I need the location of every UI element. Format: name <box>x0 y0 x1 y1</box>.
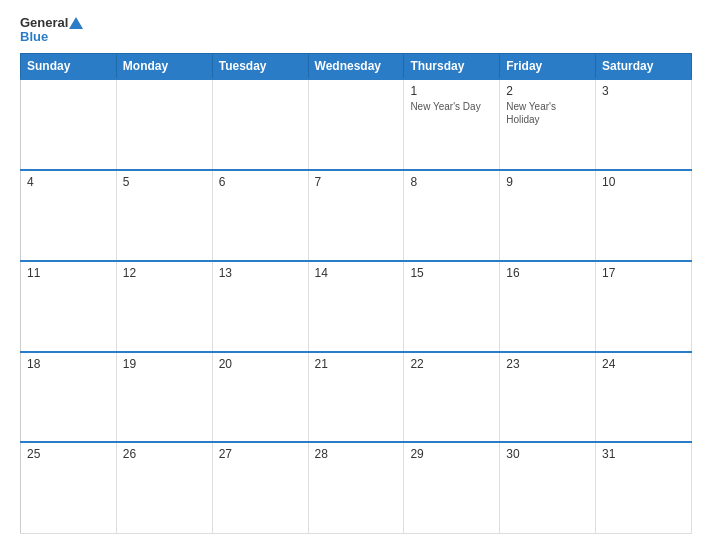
calendar-day-cell <box>308 79 404 170</box>
calendar-day-cell: 6 <box>212 170 308 261</box>
calendar-day-cell: 26 <box>116 442 212 533</box>
calendar-day-cell: 29 <box>404 442 500 533</box>
calendar-day-cell: 27 <box>212 442 308 533</box>
calendar-week-row: 11121314151617 <box>21 261 692 352</box>
calendar-day-cell: 11 <box>21 261 117 352</box>
day-of-week-header: Thursday <box>404 53 500 79</box>
day-number: 22 <box>410 357 493 371</box>
day-number: 11 <box>27 266 110 280</box>
day-number: 5 <box>123 175 206 189</box>
day-number: 31 <box>602 447 685 461</box>
calendar-day-cell: 28 <box>308 442 404 533</box>
calendar-day-cell: 13 <box>212 261 308 352</box>
day-number: 14 <box>315 266 398 280</box>
day-number: 3 <box>602 84 685 98</box>
calendar-day-cell: 18 <box>21 352 117 443</box>
calendar-day-cell: 9 <box>500 170 596 261</box>
day-number: 23 <box>506 357 589 371</box>
calendar-day-cell: 3 <box>596 79 692 170</box>
logo: GeneralBlue <box>20 16 83 45</box>
calendar-day-cell: 21 <box>308 352 404 443</box>
calendar-day-cell: 25 <box>21 442 117 533</box>
day-number: 2 <box>506 84 589 98</box>
calendar-day-cell: 8 <box>404 170 500 261</box>
calendar-day-cell: 31 <box>596 442 692 533</box>
day-number: 27 <box>219 447 302 461</box>
day-of-week-header: Wednesday <box>308 53 404 79</box>
logo-triangle-icon <box>69 17 83 29</box>
calendar-day-cell: 4 <box>21 170 117 261</box>
calendar-day-cell: 5 <box>116 170 212 261</box>
calendar-day-cell <box>21 79 117 170</box>
calendar-day-cell: 20 <box>212 352 308 443</box>
day-number: 30 <box>506 447 589 461</box>
calendar-day-cell: 24 <box>596 352 692 443</box>
calendar-day-cell: 1New Year's Day <box>404 79 500 170</box>
day-of-week-header: Sunday <box>21 53 117 79</box>
calendar-week-row: 45678910 <box>21 170 692 261</box>
day-number: 25 <box>27 447 110 461</box>
calendar-header: GeneralBlue <box>20 16 692 45</box>
calendar-day-cell: 14 <box>308 261 404 352</box>
day-number: 24 <box>602 357 685 371</box>
day-number: 15 <box>410 266 493 280</box>
day-of-week-header: Friday <box>500 53 596 79</box>
day-number: 8 <box>410 175 493 189</box>
day-number: 9 <box>506 175 589 189</box>
calendar-day-cell <box>212 79 308 170</box>
calendar-day-cell: 22 <box>404 352 500 443</box>
day-event: New Year's Holiday <box>506 100 589 126</box>
day-of-week-header: Monday <box>116 53 212 79</box>
day-number: 10 <box>602 175 685 189</box>
calendar-week-row: 1New Year's Day2New Year's Holiday3 <box>21 79 692 170</box>
calendar-week-row: 25262728293031 <box>21 442 692 533</box>
day-number: 28 <box>315 447 398 461</box>
calendar-day-cell: 10 <box>596 170 692 261</box>
calendar-day-cell: 17 <box>596 261 692 352</box>
day-of-week-header: Saturday <box>596 53 692 79</box>
calendar-day-cell <box>116 79 212 170</box>
calendar-day-cell: 7 <box>308 170 404 261</box>
logo-general-text: General <box>20 16 68 30</box>
day-number: 20 <box>219 357 302 371</box>
day-of-week-header: Tuesday <box>212 53 308 79</box>
day-number: 4 <box>27 175 110 189</box>
day-number: 6 <box>219 175 302 189</box>
calendar-day-cell: 23 <box>500 352 596 443</box>
day-number: 13 <box>219 266 302 280</box>
day-number: 21 <box>315 357 398 371</box>
calendar-day-cell: 16 <box>500 261 596 352</box>
day-number: 29 <box>410 447 493 461</box>
day-number: 16 <box>506 266 589 280</box>
day-number: 19 <box>123 357 206 371</box>
logo-blue-text: Blue <box>20 30 83 44</box>
calendar-page: GeneralBlue SundayMondayTuesdayWednesday… <box>0 0 712 550</box>
day-number: 17 <box>602 266 685 280</box>
calendar-day-cell: 2New Year's Holiday <box>500 79 596 170</box>
calendar-day-cell: 12 <box>116 261 212 352</box>
day-event: New Year's Day <box>410 100 493 113</box>
day-number: 18 <box>27 357 110 371</box>
calendar-day-cell: 30 <box>500 442 596 533</box>
day-number: 26 <box>123 447 206 461</box>
calendar-week-row: 18192021222324 <box>21 352 692 443</box>
calendar-day-cell: 15 <box>404 261 500 352</box>
day-number: 12 <box>123 266 206 280</box>
day-number: 1 <box>410 84 493 98</box>
day-number: 7 <box>315 175 398 189</box>
calendar-table: SundayMondayTuesdayWednesdayThursdayFrid… <box>20 53 692 534</box>
calendar-day-cell: 19 <box>116 352 212 443</box>
calendar-header-row: SundayMondayTuesdayWednesdayThursdayFrid… <box>21 53 692 79</box>
